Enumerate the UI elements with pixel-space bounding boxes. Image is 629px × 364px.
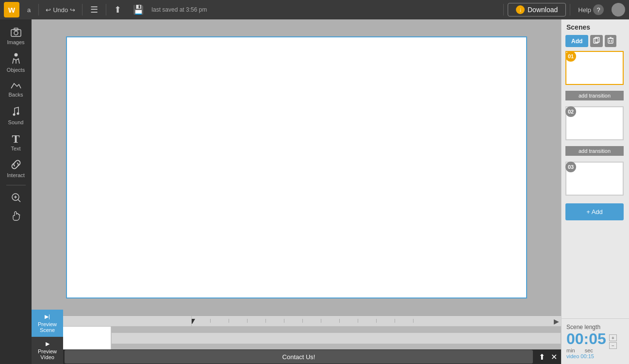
backs-label: Backs <box>9 92 23 98</box>
scene-length-time: 00:05 <box>566 331 606 347</box>
scenes-copy-button[interactable] <box>590 35 603 47</box>
scene-item-03[interactable]: 03 <box>565 162 625 196</box>
hand-tool-button[interactable] <box>0 207 32 225</box>
timeline-expand-area: ▶ <box>551 316 561 326</box>
interact-label: Interact <box>7 172 25 178</box>
topbar-divider-4 <box>503 4 504 16</box>
timeline-close-button[interactable]: ✕ <box>551 352 557 362</box>
scene-length-decrement[interactable]: − <box>609 342 617 349</box>
ruler-ticks: 0.4 0.8 1.2 1.6 2.0 2.4 2.7 3.1 3.5 3.8 … <box>192 319 431 324</box>
scenes-add-button[interactable]: Add <box>565 35 588 47</box>
scene-seconds: 05 <box>589 330 606 347</box>
download-icon: ↓ <box>516 5 525 14</box>
sec-label: sec <box>585 347 593 353</box>
user-avatar[interactable] <box>612 3 625 17</box>
svg-rect-2 <box>14 28 18 30</box>
svg-point-3 <box>14 53 17 57</box>
sound-label: Sound <box>8 119 24 125</box>
timeline-expand-button[interactable]: ⬆ <box>539 352 545 362</box>
scene-length-control: 00:05 min sec + − <box>566 331 624 353</box>
topbar-divider-5 <box>570 4 570 16</box>
scene-length-increment[interactable]: + <box>609 334 617 341</box>
text-label: Text <box>11 146 20 151</box>
project-name[interactable]: a <box>23 5 34 15</box>
music-note-icon <box>12 105 20 118</box>
scene-badge-01: 01 <box>565 51 576 62</box>
link-icon <box>11 159 21 171</box>
camera-icon <box>11 27 21 38</box>
canvas-wrapper[interactable] <box>32 19 561 315</box>
scenes-delete-button[interactable] <box>605 35 616 47</box>
sidebar-divider <box>6 185 26 185</box>
scene-transition-btn-1[interactable]: add transition <box>565 91 624 100</box>
svg-rect-13 <box>608 38 613 43</box>
contact-us-bar[interactable]: Contact Us! <box>65 350 533 364</box>
topbar-divider-1 <box>38 4 39 16</box>
scenes-list: 01 add transition 02 add transition 03 +… <box>562 51 629 318</box>
video-duration: video 00:15 <box>566 353 624 359</box>
menu-button[interactable]: ☰ <box>86 2 102 17</box>
ruler-tick-10: 4.2 <box>376 319 395 323</box>
preview-buttons: ▶| Preview Scene ▶ Preview Vídeo <box>32 310 63 364</box>
svg-point-1 <box>14 31 18 35</box>
svg-rect-0 <box>11 30 21 36</box>
scene-length-stepper: + − <box>609 334 617 349</box>
ruler-tick-5: 2.4 <box>284 319 302 323</box>
timeline: 0.4 0.8 1.2 1.6 2.0 2.4 2.7 3.1 3.5 3.8 … <box>32 315 561 364</box>
scene-transition-btn-2[interactable]: add transition <box>565 146 624 156</box>
ruler-tick-7: 3.1 <box>321 319 339 323</box>
ruler-tick-11: 4.6 <box>395 319 413 323</box>
svg-line-8 <box>18 199 20 202</box>
scene-badge-03: 03 <box>565 162 576 172</box>
help-label: Help <box>578 6 591 14</box>
scenes-header: Scenes <box>562 19 629 35</box>
undo-button[interactable]: ↩ Undo ↪ <box>43 4 78 16</box>
left-sidebar: Images Objects Backs <box>0 19 32 364</box>
save-status: last saved at 3:56 pm <box>151 6 499 13</box>
scene-minutes: 00 <box>566 330 584 347</box>
scene-item-02[interactable]: 02 <box>565 106 625 140</box>
sidebar-item-images[interactable]: Images <box>0 23 32 49</box>
sidebar-item-backs[interactable]: Backs <box>0 77 32 101</box>
track-bar-area[interactable] <box>111 327 561 349</box>
app-logo[interactable]: w <box>4 2 19 17</box>
sidebar-item-interact[interactable]: Interact <box>0 155 32 182</box>
timeline-ruler: 0.4 0.8 1.2 1.6 2.0 2.4 2.7 3.1 3.5 3.8 … <box>32 316 561 327</box>
timeline-arrow-button[interactable]: ▶ <box>554 317 559 325</box>
scenes-add-bottom-button[interactable]: + Add <box>565 203 624 220</box>
share-button[interactable]: ⬆ <box>110 2 125 17</box>
right-panel: Scenes Add 01 <box>561 19 629 364</box>
track-bar[interactable] <box>111 332 561 344</box>
sidebar-item-text[interactable]: T Text <box>0 129 32 155</box>
timeline-bottom: 👁 🔒 Contact Us! ⬆ ✕ <box>32 349 561 364</box>
zoom-button[interactable] <box>0 188 32 207</box>
timeline-tracks <box>32 327 561 349</box>
scene-item-01[interactable]: 01 <box>565 51 625 85</box>
ruler-tick-3: 1.6 <box>247 319 265 323</box>
ruler-tick-2: 1.2 <box>229 319 247 323</box>
scene-time-display: 00:05 min sec <box>566 331 606 353</box>
save-button[interactable]: 💾 <box>129 2 148 17</box>
ruler-tick-4: 2.0 <box>265 319 284 323</box>
svg-point-5 <box>13 114 15 116</box>
help-button[interactable]: Help ? <box>574 2 608 17</box>
download-label: Download <box>528 6 558 14</box>
contact-us-label: Contact Us! <box>282 353 315 361</box>
scene-length-units: min sec <box>566 347 606 353</box>
ruler-tick-9: 3.8 <box>358 319 376 323</box>
ruler-tick-6: 2.7 <box>302 319 321 323</box>
objects-label: Objects <box>7 67 25 73</box>
ruler-tick-0: 0.4 <box>192 319 210 323</box>
images-label: Images <box>7 39 24 45</box>
sidebar-item-sound[interactable]: Sound <box>0 101 32 129</box>
preview-video-button[interactable]: ▶ Preview Vídeo <box>32 337 63 364</box>
main-canvas[interactable] <box>66 36 527 298</box>
svg-point-6 <box>17 113 19 115</box>
topbar-divider-3 <box>106 4 106 16</box>
preview-scene-button[interactable]: ▶| Preview Scene <box>32 310 63 337</box>
download-button[interactable]: ↓ Download <box>508 3 566 17</box>
preview-scene-play-icon: ▶| <box>45 314 50 320</box>
preview-video-play-icon: ▶ <box>46 341 50 347</box>
topbar: w a ↩ Undo ↪ ☰ ⬆ 💾 last saved at 3:56 pm… <box>0 0 629 19</box>
sidebar-item-objects[interactable]: Objects <box>0 49 32 77</box>
